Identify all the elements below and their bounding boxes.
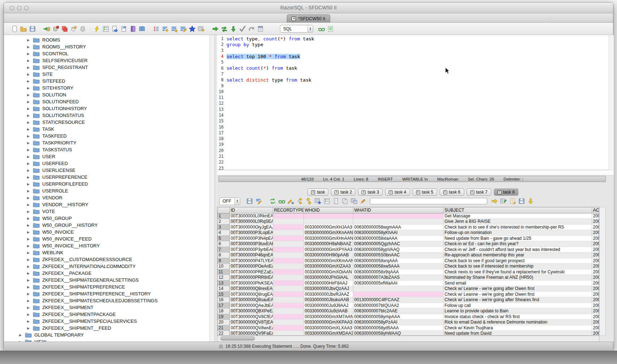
cell-subject[interactable]: Check w/ Leanne - we're going after Shea… xyxy=(443,297,592,303)
cell-subject[interactable]: Check back in to see if she's interested… xyxy=(443,224,592,230)
editor-line-2[interactable]: 2group by type xyxy=(217,42,609,47)
tab-close-icon[interactable]: ✕ xyxy=(335,190,338,194)
disclosure-triangle-icon[interactable]: ▶ xyxy=(26,285,30,289)
cell-whoid[interactable]: 0033000000GmXHJAA3 xyxy=(303,224,353,230)
tree-item-zkfedex__shipment__feed[interactable]: ▶ZKFEDEX__SHIPMENT__FEED xyxy=(4,325,210,332)
cell-whoid[interactable]: 0033000000GmXLXAA3 xyxy=(303,325,353,331)
row-number[interactable]: 7 xyxy=(217,247,229,252)
disclosure-triangle-icon[interactable]: ▶ xyxy=(26,244,30,248)
row-number[interactable]: 5 xyxy=(217,235,229,241)
cell-id[interactable]: 00T3000000PREZaEAP xyxy=(229,269,273,275)
disclosure-triangle-icon[interactable]: ▶ xyxy=(26,292,30,296)
document-tab[interactable]: ✕ *SFDCW50 II xyxy=(287,14,330,22)
cell-id[interactable]: 00T3000000Q8rexEAB xyxy=(229,286,273,292)
edit-lines-button[interactable] xyxy=(179,25,187,32)
redo-button[interactable] xyxy=(247,25,255,32)
cell-subject[interactable]: Check back to see if good target prospec… xyxy=(443,258,592,264)
cell-id[interactable]: 00T3000000POeAnEAL xyxy=(229,264,273,269)
cell-ac[interactable]: 200 xyxy=(592,275,599,281)
cell-subject[interactable]: Check w/ Kevin Tsujihara xyxy=(443,325,592,331)
tree-item-vote[interactable]: ▶VOTE xyxy=(4,208,210,215)
export-document-button[interactable] xyxy=(111,25,118,32)
statement-type-select[interactable]: SQL▲▼ xyxy=(280,25,313,32)
cell-subject[interactable]: Get Massage xyxy=(443,213,592,219)
cell-ac[interactable]: 200 xyxy=(592,269,599,275)
tree-item-solution[interactable]: ▶SOLUTION xyxy=(4,91,210,98)
cell-whoid[interactable]: 0033000000GmXMDAA3 xyxy=(303,331,353,336)
align-lines-button[interactable] xyxy=(170,25,178,32)
tab-close-icon[interactable]: ✕ xyxy=(362,190,366,194)
clipboard-button[interactable] xyxy=(256,25,264,32)
tab-close-icon[interactable]: ✕ xyxy=(470,190,474,194)
disclosure-triangle-icon[interactable]: ▶ xyxy=(18,333,22,337)
cell-recordtypeid[interactable] xyxy=(273,224,303,230)
disclosure-triangle-icon[interactable]: ▶ xyxy=(26,313,30,316)
cell-subject[interactable]: Need update from Bain - gave go ahead 1/… xyxy=(443,235,592,241)
cell-whoid[interactable]: 0033000000H9aNBAAZ xyxy=(303,241,353,247)
tree-item-rooms[interactable]: ▶ROOMS xyxy=(4,36,210,43)
row-number[interactable]: 22 xyxy=(217,331,229,336)
tree-item-global-temporary[interactable]: ▶GLOBAL TEMPORARY xyxy=(4,332,210,338)
cell-recordtypeid[interactable] xyxy=(273,291,303,297)
disclosure-triangle-icon[interactable]: ▶ xyxy=(26,306,30,309)
tree-item-zkfedex__customaddresssource[interactable]: ▶ZKFEDEX__CUSTOMADDRESSSOURCE xyxy=(4,256,210,263)
tree-item-w50_invoice__feed[interactable]: ▶W50_INVOICE__FEED xyxy=(4,235,210,242)
tab-close-icon[interactable]: ✕ xyxy=(389,190,393,194)
disclosure-triangle-icon[interactable]: ▶ xyxy=(26,272,30,275)
table-horizontal-scrollbar[interactable] xyxy=(217,336,599,342)
table-copy-button[interactable] xyxy=(350,198,358,205)
cell-ac[interactable]: 200 xyxy=(592,303,599,308)
tree-item-taskstatus[interactable]: ▶TASKSTATUS xyxy=(4,146,210,153)
tab-close-icon[interactable]: ✕ xyxy=(292,17,296,21)
editor-line-7[interactable]: 7 xyxy=(217,71,609,77)
editor-line-1[interactable]: 1select type, count(*) from task xyxy=(217,36,609,42)
cell-whoid[interactable] xyxy=(303,213,353,219)
cell-recordtypeid[interactable] xyxy=(273,252,303,258)
cell-whoid[interactable]: 0033000000GmXHnAAN xyxy=(303,235,353,241)
import-document-button[interactable] xyxy=(120,25,128,32)
cell-ac[interactable]: 200 xyxy=(592,325,599,331)
disclosure-triangle-icon[interactable]: ▶ xyxy=(26,52,30,56)
table-arrow-button[interactable] xyxy=(197,25,205,32)
editor-line-12[interactable]: 12 xyxy=(217,100,609,106)
cell-subject[interactable]: Invoice status check - check w/ RS first xyxy=(443,314,592,320)
tree-item-userlicense[interactable]: ▶USERLICENSE xyxy=(4,167,210,174)
cell-subject[interactable]: Re-approach about membership this year xyxy=(443,252,592,258)
filter-pencil-button[interactable] xyxy=(255,198,262,205)
form-options-button[interactable] xyxy=(323,198,331,205)
cell-ac[interactable]: 200 xyxy=(592,320,599,325)
disclosure-triangle-icon[interactable]: ▶ xyxy=(26,141,30,145)
cell-subject[interactable]: Check w/ Leanne - we're going after Owen… xyxy=(443,286,592,292)
arrow-right-green-button[interactable] xyxy=(211,25,219,32)
cell-id[interactable]: 00T3000000QV8CfEAL xyxy=(229,314,273,320)
tree-item-userprofilefeed[interactable]: ▶USERPROFILEFEED xyxy=(4,181,210,187)
editor-line-8[interactable]: 8select distinct type from task xyxy=(217,77,609,83)
cell-id[interactable]: 00T3000000QV8wsEAD xyxy=(229,325,273,331)
tree-item-view[interactable]: ▶VIEW xyxy=(4,338,210,342)
disclosure-triangle-icon[interactable]: ▶ xyxy=(26,203,30,207)
cell-whatid[interactable]: 00630000007bIc2AAE xyxy=(353,308,443,314)
cell-whatid[interactable]: 00630000005S0bnAAC xyxy=(353,252,443,258)
scrollbar-thumb[interactable] xyxy=(220,337,255,341)
disclosure-triangle-icon[interactable]: ▶ xyxy=(26,196,30,200)
cell-ac[interactable]: 200 xyxy=(592,286,599,292)
disclosure-triangle-icon[interactable]: ▶ xyxy=(26,258,30,261)
editor-line-22[interactable]: 22 xyxy=(217,159,609,165)
glasses-66-button[interactable] xyxy=(278,198,285,205)
result-tab-task-5[interactable]: ✕task 5 xyxy=(413,188,437,196)
cell-whatid[interactable]: 00630000005xfWaAAI xyxy=(353,280,443,286)
column-header-subject[interactable]: SUBJECT xyxy=(443,207,592,213)
result-tab-task-6[interactable]: ✕task 6 xyxy=(440,188,464,196)
editor-line-16[interactable]: 16 xyxy=(217,124,609,130)
cell-ac[interactable]: 200 xyxy=(592,291,599,297)
disclosure-triangle-icon[interactable]: ▶ xyxy=(26,100,30,104)
disclosure-triangle-icon[interactable]: ▶ xyxy=(26,189,30,193)
arrows-updown-button[interactable] xyxy=(305,198,312,205)
cell-id[interactable]: 00T3000000PfvKSEAZ xyxy=(229,280,273,286)
row-limit-select[interactable]: OFF▲▼ xyxy=(219,198,240,205)
results-search-input[interactable] xyxy=(370,198,487,204)
cell-recordtypeid[interactable] xyxy=(273,320,303,325)
cell-whatid[interactable] xyxy=(353,291,443,297)
copy-pages-button[interactable] xyxy=(341,198,349,205)
column-header-ac[interactable]: AC xyxy=(592,207,599,213)
